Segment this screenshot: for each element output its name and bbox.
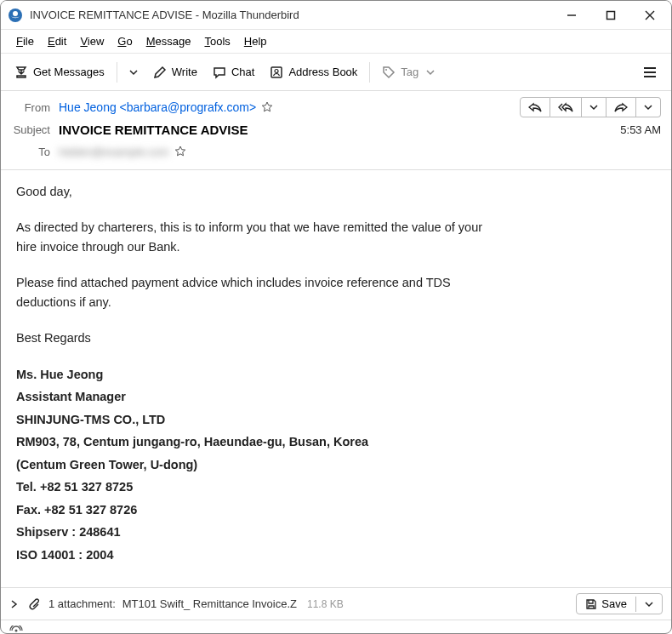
attachment-count: 1 attachment: bbox=[48, 597, 116, 610]
address-book-button[interactable]: Address Book bbox=[263, 60, 364, 84]
window-title: INVOICE REMITTANCE ADVISE - Mozilla Thun… bbox=[30, 9, 552, 21]
window-titlebar: INVOICE REMITTANCE ADVISE - Mozilla Thun… bbox=[1, 1, 671, 30]
sig-shipserv: Shipserv : 248641 bbox=[16, 525, 121, 539]
maximize-button[interactable] bbox=[591, 1, 630, 30]
message-body: Good day, As directed by charterers, thi… bbox=[1, 170, 671, 587]
save-attachment-button[interactable]: Save bbox=[577, 594, 635, 614]
menu-help[interactable]: Help bbox=[237, 33, 274, 49]
download-icon bbox=[14, 66, 28, 79]
sig-name: Ms. Hue Jeong bbox=[16, 368, 103, 381]
toolbar: Get Messages Write Chat Address Book Tag bbox=[1, 54, 671, 91]
sig-company: SHINJUNG-TMS CO., LTD bbox=[16, 413, 165, 426]
write-label: Write bbox=[172, 66, 197, 78]
get-messages-label: Get Messages bbox=[33, 66, 105, 78]
sig-address-2: (Centum Green Tower, U-dong) bbox=[16, 458, 197, 471]
write-button[interactable]: Write bbox=[146, 60, 204, 84]
star-icon[interactable] bbox=[261, 101, 273, 113]
attachment-bar: 1 attachment: MT101 Swift_ Remittance In… bbox=[1, 587, 671, 620]
svg-rect-3 bbox=[607, 11, 615, 19]
body-paragraph-2: Please find attached payment advice whic… bbox=[16, 273, 510, 311]
menu-bar: File Edit View Go Message Tools Help bbox=[1, 30, 671, 54]
app-menu-button[interactable] bbox=[635, 60, 664, 84]
address-book-label: Address Book bbox=[288, 66, 357, 78]
separator bbox=[117, 62, 117, 83]
menu-tools[interactable]: Tools bbox=[197, 33, 236, 49]
svg-point-7 bbox=[275, 69, 278, 72]
tag-button[interactable]: Tag bbox=[375, 60, 441, 84]
app-icon bbox=[8, 8, 23, 23]
save-dropdown[interactable] bbox=[635, 597, 662, 612]
subject-value: INVOICE REMITTANCE ADVISE bbox=[59, 123, 248, 137]
svg-point-8 bbox=[385, 69, 387, 71]
sig-iso: ISO 14001 : 2004 bbox=[16, 548, 113, 562]
menu-edit[interactable]: Edit bbox=[41, 33, 73, 49]
forward-button[interactable] bbox=[607, 97, 636, 117]
message-actions bbox=[520, 97, 661, 117]
reply-button[interactable] bbox=[520, 97, 550, 117]
save-icon bbox=[585, 598, 597, 610]
message-time: 5:53 AM bbox=[620, 123, 661, 136]
get-messages-dropdown[interactable] bbox=[122, 63, 145, 82]
to-value[interactable]: hidden@example.com bbox=[59, 146, 169, 158]
minimize-button[interactable] bbox=[552, 1, 591, 30]
get-messages-button[interactable]: Get Messages bbox=[8, 60, 111, 84]
chat-button[interactable]: Chat bbox=[206, 60, 261, 84]
reply-all-dropdown[interactable] bbox=[582, 97, 607, 117]
activity-icon bbox=[9, 625, 23, 635]
menu-file[interactable]: File bbox=[9, 33, 41, 49]
separator bbox=[369, 62, 370, 83]
to-label: To bbox=[11, 146, 59, 158]
star-icon[interactable] bbox=[174, 146, 186, 157]
sig-fax: Fax. +82 51 327 8726 bbox=[16, 503, 137, 517]
close-button[interactable] bbox=[630, 1, 669, 30]
sig-tel: Tel. +82 51 327 8725 bbox=[16, 480, 133, 494]
tag-icon bbox=[382, 66, 396, 79]
paperclip-icon bbox=[28, 597, 42, 611]
subject-label: Subject bbox=[11, 123, 59, 136]
sig-title: Assistant Manager bbox=[16, 390, 126, 403]
chat-icon bbox=[213, 66, 226, 79]
expand-attachments-button[interactable] bbox=[9, 599, 20, 609]
message-headers: From Hue Jeong <barbara@prografx.com> Su… bbox=[1, 91, 671, 170]
more-actions-dropdown[interactable] bbox=[636, 97, 661, 117]
from-label: From bbox=[11, 101, 59, 114]
sig-address-1: RM903, 78, Centum jungang-ro, Haeundae-g… bbox=[16, 435, 368, 448]
chat-label: Chat bbox=[231, 66, 254, 78]
status-bar bbox=[1, 620, 671, 634]
signature-block: Ms. Hue Jeong Assistant Manager SHINJUNG… bbox=[16, 365, 656, 564]
reply-all-button[interactable] bbox=[550, 97, 582, 117]
tag-label: Tag bbox=[401, 66, 419, 78]
menu-view[interactable]: View bbox=[73, 33, 111, 49]
attachment-size: 11.8 KB bbox=[307, 598, 344, 610]
body-paragraph-1: As directed by charterers, this is to in… bbox=[16, 218, 493, 256]
svg-point-1 bbox=[13, 11, 18, 16]
menu-message[interactable]: Message bbox=[140, 33, 198, 49]
from-value[interactable]: Hue Jeong <barbara@prografx.com> bbox=[59, 100, 256, 114]
attachment-filename[interactable]: MT101 Swift_ Remittance Invoice.Z bbox=[122, 597, 297, 610]
menu-go[interactable]: Go bbox=[111, 33, 139, 49]
address-book-icon bbox=[270, 66, 283, 79]
svg-point-12 bbox=[15, 629, 18, 631]
pencil-icon bbox=[153, 66, 167, 79]
save-label: Save bbox=[601, 597, 627, 610]
body-greeting: Good day, bbox=[16, 182, 656, 201]
body-closing: Best Regards bbox=[16, 328, 656, 347]
save-attachment-button-group: Save bbox=[576, 593, 663, 614]
